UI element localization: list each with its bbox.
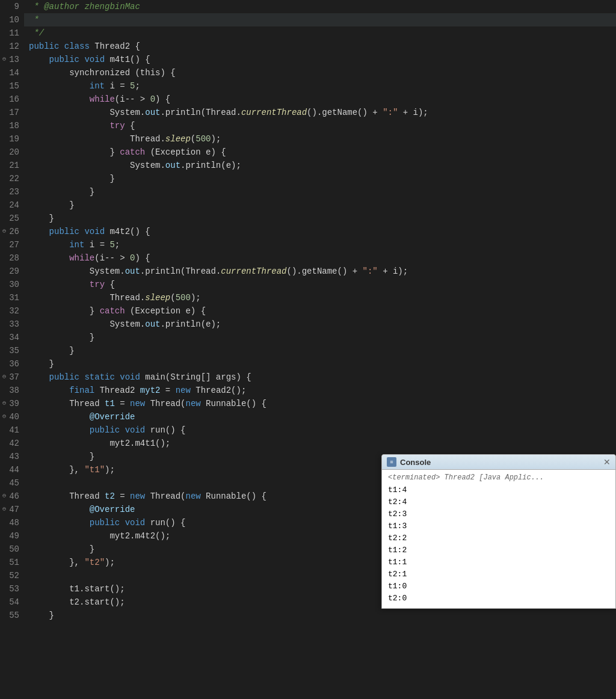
code-token: t2 [105,491,115,501]
code-token: } [29,214,54,223]
code-token: try [109,121,125,131]
line-number: 12 [0,40,24,53]
console-output-line: t2:2 [388,532,609,544]
line-content: } [24,212,616,225]
code-token: Thread2(); [196,386,246,395]
line-number: 48 [0,516,24,529]
line-number: 43 [0,450,24,463]
code-token: (Exception e) { [125,306,206,316]
code-token: void [84,55,109,64]
code-token: 500 [176,293,191,303]
line-content: public class Thread2 { [24,40,616,53]
line-number: 25 [0,212,24,225]
console-close-icon[interactable]: ✕ [603,457,611,467]
code-token: * @author zhengbinMac [29,2,140,11]
line-content: while(i-- > 0) { [24,251,616,265]
fold-icon[interactable]: ⊖ [0,490,8,503]
code-line: 25 } [0,212,616,225]
code-token: new [185,491,206,501]
code-line: 32 } catch (Exception e) { [0,304,616,318]
code-line: 37⊖ public static void main(String[] arg… [0,371,616,384]
code-token: t1.start(); [29,584,125,594]
code-line: 20 } catch (Exception e) { [0,146,616,159]
code-token: static [84,372,120,382]
console-output-line: t2:1 [388,568,609,580]
code-token: ) { [135,253,150,263]
code-line: 55 } [0,609,616,622]
line-number: 30 [0,278,24,291]
line-number: 45 [0,476,24,490]
code-token [29,94,90,104]
code-line: 11 */ [0,26,616,40]
code-token: out [125,266,140,276]
code-token: 5 [109,240,114,250]
editor-container: 9 * @author zhengbinMac10 *11 */12public… [0,0,616,699]
code-line: 28 while(i-- > 0) { [0,251,616,265]
code-token: out [165,161,180,170]
code-token: } [29,544,94,554]
line-number: 21 [0,159,24,172]
code-token: int [29,240,90,250]
code-token: }, [29,558,84,567]
code-token: } [29,333,94,342]
fold-icon[interactable]: ⊖ [0,53,8,66]
code-line: 31 Thread.sleep(500); [0,291,616,304]
line-content: Thread.sleep(500); [24,132,616,146]
code-line: 19 Thread.sleep(500); [0,132,616,146]
fold-icon[interactable]: ⊖ [0,397,8,410]
code-token: ; [115,240,120,250]
line-number: 51 [0,556,24,569]
code-token: "t2" [84,558,105,567]
code-token: run() { [150,425,186,435]
line-number: 18 [0,119,24,132]
code-token: new [176,386,196,395]
code-line: 26⊖ public void m4t2() { [0,225,616,238]
line-number: 50 [0,543,24,556]
code-token: ); [105,558,115,567]
code-line: 34 } [0,331,616,344]
code-token: Thread( [150,491,186,501]
line-number: 20 [0,146,24,159]
code-token: t1 [105,399,115,408]
code-token: System. [29,319,145,329]
code-token: m4t1() { [109,55,150,64]
code-line: 35 } [0,344,616,357]
code-line: 36 } [0,357,616,371]
code-token: void [120,372,145,382]
code-line: 14 synchronized (this) { [0,66,616,79]
code-token: new [185,399,206,408]
code-line: 38 final Thread2 myt2 = new Thread2(); [0,384,616,397]
code-token: currentThread [241,108,307,117]
code-line: 16 while(i-- > 0) { [0,93,616,106]
code-token: + i); [398,108,428,117]
code-token: Thread. [29,293,145,303]
line-number: 49 [0,529,24,543]
line-content: } [24,185,616,199]
code-token: sleep [165,134,191,144]
console-panel: ≡ Console ✕ <terminated> Thread2 [Java A… [381,454,616,609]
code-token: main(String[] args) { [145,372,251,382]
code-token: ); [211,134,221,144]
fold-icon[interactable]: ⊖ [0,225,8,238]
code-token: { [105,280,115,289]
code-token: Thread2 { [94,42,140,51]
code-line: 41 public void run() { [0,423,616,437]
fold-icon[interactable]: ⊖ [0,410,8,423]
code-token: .println(e); [160,319,221,329]
code-token: Thread [29,399,105,408]
line-number: 28 [0,251,24,265]
console-title: Console [400,458,431,467]
line-content: * [24,13,616,26]
code-token: catch [120,147,145,157]
code-token: void [125,425,150,435]
line-number: 42 [0,437,24,450]
fold-icon[interactable]: ⊖ [0,503,8,516]
code-token: myt2.m4t2(); [29,531,170,541]
line-number: 47⊖ [0,503,24,516]
fold-icon[interactable]: ⊖ [0,371,8,384]
line-number: 44 [0,463,24,476]
code-token: public [29,227,84,236]
line-number: 32 [0,304,24,318]
line-number: 38 [0,384,24,397]
code-line: 24 } [0,199,616,212]
